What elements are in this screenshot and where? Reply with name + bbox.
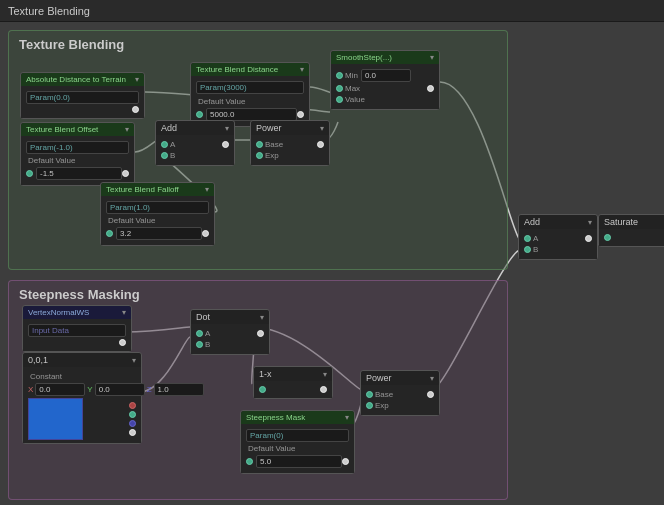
output-port xyxy=(119,339,126,346)
output-port xyxy=(222,141,229,148)
node-dot-header: Dot ▾ xyxy=(191,310,269,324)
chevron-icon: ▾ xyxy=(125,125,129,134)
node-add-right[interactable]: Add ▾ A B xyxy=(518,214,598,260)
chevron-icon: ▾ xyxy=(345,413,349,422)
node-add-right-header: Add ▾ xyxy=(519,215,597,229)
output-port xyxy=(297,111,304,118)
node-saturate[interactable]: Saturate ▾ xyxy=(598,214,664,247)
exp-port xyxy=(256,152,263,159)
node-vertex-header: VertexNormalWS ▾ xyxy=(23,306,131,319)
node-tbf-body: Param(1.0) Default Value 3.2 xyxy=(101,196,214,245)
node-saturate-header: Saturate ▾ xyxy=(599,215,664,229)
node-power-bot-header: Power ▾ xyxy=(361,371,439,385)
b-output-port xyxy=(129,420,136,427)
node-smoothstep[interactable]: SmoothStep(...) ▾ Min 0.0 Max Value xyxy=(330,50,440,110)
a-output-port xyxy=(129,429,136,436)
steepness-section-label: Steepness Masking xyxy=(19,287,140,302)
output-port xyxy=(257,330,264,337)
chevron-icon: ▾ xyxy=(205,185,209,194)
input-port xyxy=(246,458,253,465)
node-constant-body: Constant X 0.0 Y 0.0 Z 1.0 xyxy=(23,367,141,443)
min-port xyxy=(336,72,343,79)
input-port xyxy=(259,386,266,393)
node-smoothstep-header: SmoothStep(...) ▾ xyxy=(331,51,439,64)
node-dot-body: A B xyxy=(191,324,269,354)
node-constant-header: 0,0,1 ▾ xyxy=(23,353,141,367)
node-tbo[interactable]: Texture Blend Offset ▾ Param(-1.0) Defau… xyxy=(20,122,135,186)
node-add-right-body: A B xyxy=(519,229,597,259)
chevron-icon: ▾ xyxy=(225,124,229,133)
output-port xyxy=(122,170,129,177)
input-port xyxy=(26,170,33,177)
a-port xyxy=(196,330,203,337)
max-port xyxy=(336,85,343,92)
node-add-top[interactable]: Add ▾ A B xyxy=(155,120,235,166)
node-vertex-body: Input Data xyxy=(23,319,131,351)
output-port xyxy=(342,458,349,465)
input-port xyxy=(106,230,113,237)
node-tbd-header: Texture Blend Distance ▾ xyxy=(191,63,309,76)
input-port xyxy=(196,111,203,118)
b-port xyxy=(196,341,203,348)
chevron-icon: ▾ xyxy=(323,370,327,379)
output-port xyxy=(427,391,434,398)
chevron-icon: ▾ xyxy=(135,75,139,84)
b-port xyxy=(161,152,168,159)
window-title: Texture Blending xyxy=(8,5,90,17)
output-port xyxy=(317,141,324,148)
title-bar: Texture Blending xyxy=(0,0,664,22)
output-port xyxy=(202,230,209,237)
node-one-minus[interactable]: 1-x ▾ xyxy=(253,366,333,399)
node-tbd[interactable]: Texture Blend Distance ▾ Param(3000) Def… xyxy=(190,62,310,127)
b-port xyxy=(524,246,531,253)
node-one-minus-body xyxy=(254,381,332,398)
node-steepness-header: Steepness Mask ▾ xyxy=(241,411,354,424)
output-port xyxy=(585,235,592,242)
node-saturate-body xyxy=(599,229,664,246)
a-port xyxy=(161,141,168,148)
r-output-port xyxy=(129,402,136,409)
node-smoothstep-body: Min 0.0 Max Value xyxy=(331,64,439,109)
node-tbf-header: Texture Blend Falloff ▾ xyxy=(101,183,214,196)
node-dot[interactable]: Dot ▾ A B xyxy=(190,309,270,355)
node-tbo-header: Texture Blend Offset ▾ xyxy=(21,123,134,136)
output-port xyxy=(320,386,327,393)
node-vertex-normal[interactable]: VertexNormalWS ▾ Input Data xyxy=(22,305,132,352)
chevron-icon: ▾ xyxy=(430,374,434,383)
value-port xyxy=(336,96,343,103)
node-steepness-body: Param(0) Default Value 5.0 xyxy=(241,424,354,473)
node-tbd-body: Param(3000) Default Value 5000.0 xyxy=(191,76,309,126)
chevron-icon: ▾ xyxy=(588,218,592,227)
node-abs-dist-header: Absolute Distance to Terrain ▾ xyxy=(21,73,144,86)
node-constant[interactable]: 0,0,1 ▾ Constant X 0.0 Y 0.0 Z 1.0 xyxy=(22,352,142,444)
input-port xyxy=(604,234,611,241)
node-power-top-header: Power ▾ xyxy=(251,121,329,135)
canvas-area[interactable]: Texture Blending Steepness Masking Absol… xyxy=(0,22,664,505)
node-abs-dist[interactable]: Absolute Distance to Terrain ▾ Param(0.0… xyxy=(20,72,145,119)
g-output-port xyxy=(129,411,136,418)
chevron-icon: ▾ xyxy=(430,53,434,62)
node-power-bot-body: Base Exp xyxy=(361,385,439,415)
chevron-icon: ▾ xyxy=(320,124,324,133)
node-add-top-body: A B xyxy=(156,135,234,165)
node-power-bot[interactable]: Power ▾ Base Exp xyxy=(360,370,440,416)
chevron-icon: ▾ xyxy=(132,356,136,365)
base-port xyxy=(256,141,263,148)
node-one-minus-header: 1-x ▾ xyxy=(254,367,332,381)
node-tbo-body: Param(-1.0) Default Value -1.5 xyxy=(21,136,134,185)
node-tbf[interactable]: Texture Blend Falloff ▾ Param(1.0) Defau… xyxy=(100,182,215,246)
output-port xyxy=(427,85,434,92)
a-port xyxy=(524,235,531,242)
node-power-top-body: Base Exp xyxy=(251,135,329,165)
exp-port xyxy=(366,402,373,409)
chevron-icon: ▾ xyxy=(260,313,264,322)
node-steepness-mask[interactable]: Steepness Mask ▾ Param(0) Default Value … xyxy=(240,410,355,474)
node-power-top[interactable]: Power ▾ Base Exp xyxy=(250,120,330,166)
chevron-icon: ▾ xyxy=(122,308,126,317)
node-add-top-header: Add ▾ xyxy=(156,121,234,135)
base-port xyxy=(366,391,373,398)
color-preview xyxy=(28,398,83,440)
node-abs-dist-body: Param(0.0) xyxy=(21,86,144,118)
chevron-icon: ▾ xyxy=(300,65,304,74)
texture-section-label: Texture Blending xyxy=(19,37,124,52)
